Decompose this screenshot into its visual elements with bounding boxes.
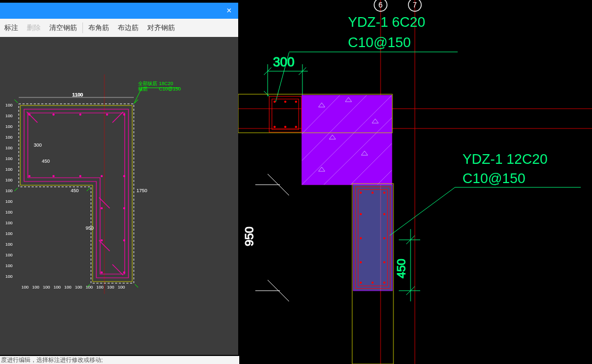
btn-corner-rebar[interactable]: 布角筋 [84,23,113,33]
btn-delete[interactable]: 删除 [22,23,45,33]
svg-text:100: 100 [5,135,13,140]
svg-rect-34 [353,185,392,291]
svg-line-86 [14,100,18,103]
svg-text:C10@150: C10@150 [348,34,411,50]
svg-text:450: 450 [394,259,408,278]
svg-point-74 [123,113,125,116]
dimension-300: 300 [264,55,308,96]
svg-point-70 [28,113,31,116]
svg-point-85 [123,271,125,274]
svg-text:100: 100 [5,253,13,257]
svg-text:100: 100 [86,285,93,290]
svg-point-29 [295,101,297,103]
svg-text:100: 100 [54,285,61,290]
dim-top-1100: 1100 [19,92,134,97]
column-section-bottom[interactable] [353,185,392,291]
svg-text:100: 100 [107,285,115,290]
rebar-cage-top[interactable] [264,91,301,132]
svg-text:100: 100 [5,242,13,247]
svg-text:YDZ-1 12C20: YDZ-1 12C20 [462,151,548,167]
column-section-top[interactable] [302,95,392,185]
svg-point-76 [52,175,55,177]
dimension-950: 950 [242,174,289,301]
svg-point-27 [274,101,276,103]
section-outline [19,104,134,283]
dim-450b: 450 [71,188,79,193]
btn-edge-rebar[interactable]: 布边筋 [113,23,143,33]
svg-point-44 [360,261,362,263]
svg-text:100: 100 [5,274,13,279]
close-button[interactable]: × [220,3,238,19]
dim-1750: 1750 [136,188,147,193]
svg-text:YDZ-1 6C20: YDZ-1 6C20 [348,14,426,30]
svg-point-38 [371,192,374,194]
rebar-cage[interactable] [24,109,128,278]
dialog-toolbar: 标注 删除 清空钢筋 布角筋 布边筋 对齐钢筋 [0,19,238,37]
svg-line-66 [112,112,123,123]
svg-point-48 [383,282,385,284]
callout-ydz1-12c20[interactable]: YDZ-1 12C20 C10@150 [390,151,581,236]
dim-450a: 450 [42,158,50,164]
svg-point-78 [101,175,103,177]
svg-text:6: 6 [378,1,383,9]
toolbar-separator [82,22,83,33]
callout-ydz1-6c20[interactable]: YDZ-1 6C20 C10@150 [276,14,458,102]
svg-point-30 [274,126,276,128]
svg-text:箍筋: 箍筋 [138,86,148,92]
svg-text:18C20: 18C20 [159,81,173,86]
svg-text:300: 300 [273,55,294,69]
svg-point-28 [284,101,286,103]
svg-point-75 [28,175,31,177]
svg-point-73 [106,113,108,116]
svg-text:100: 100 [21,285,29,290]
svg-text:950: 950 [242,226,256,246]
btn-annotate[interactable]: 标注 [0,23,22,33]
svg-point-82 [101,239,103,241]
svg-point-42 [360,237,362,239]
svg-line-65 [27,112,37,123]
svg-text:C10@150: C10@150 [462,170,525,186]
section-outline-inner [20,105,132,282]
svg-text:100: 100 [5,221,13,225]
svg-point-40 [360,213,362,215]
dialog-titlebar[interactable]: × [0,3,238,19]
dimension-450: 450 [394,229,420,301]
cad-main-viewport[interactable]: 6 7 YDZ-1 6C20 C10@150 300 [238,0,592,364]
svg-text:100: 100 [5,188,13,193]
svg-point-79 [123,175,125,177]
svg-point-47 [371,282,374,284]
svg-text:100: 100 [5,146,13,150]
svg-point-84 [101,271,103,274]
svg-text:100: 100 [43,285,50,290]
svg-text:100: 100 [32,285,40,290]
rebar-editor-dialog: × 标注 删除 清空钢筋 布角筋 布边筋 对齐钢筋 [0,3,238,355]
btn-clear-rebar[interactable]: 清空钢筋 [45,23,81,33]
svg-text:100: 100 [5,103,13,108]
svg-text:1100: 1100 [72,92,83,97]
svg-point-80 [101,207,103,209]
corner-ticks [14,100,138,287]
svg-text:100: 100 [5,124,13,129]
svg-point-71 [52,113,55,116]
svg-text:100: 100 [75,285,82,290]
svg-text:100: 100 [5,263,13,268]
svg-text:100: 100 [96,285,104,290]
btn-align-rebar[interactable]: 对齐钢筋 [143,23,179,33]
svg-text:100: 100 [5,231,13,236]
svg-point-45 [383,261,385,263]
svg-text:100: 100 [118,285,125,290]
svg-text:100: 100 [5,156,13,161]
dim-950: 950 [86,225,94,231]
close-icon: × [226,6,231,16]
left-ticks-100: 100 100 100 100 100 100 100 100 100 100 … [5,103,13,279]
svg-line-33 [264,91,269,96]
dim-300: 300 [34,142,42,148]
svg-text:C10@150: C10@150 [159,86,181,92]
dialog-preview-canvas[interactable]: 全部纵筋 18C20 箍筋 C10@150 1100 300 450 450 9… [0,37,238,355]
svg-text:100: 100 [5,167,13,172]
svg-text:100: 100 [5,113,13,118]
svg-point-77 [79,175,81,177]
dialog-statusbar: 度进行编辑，选择标注进行修改或移动; [0,356,239,364]
svg-text:100: 100 [5,178,13,183]
svg-rect-26 [272,99,299,130]
